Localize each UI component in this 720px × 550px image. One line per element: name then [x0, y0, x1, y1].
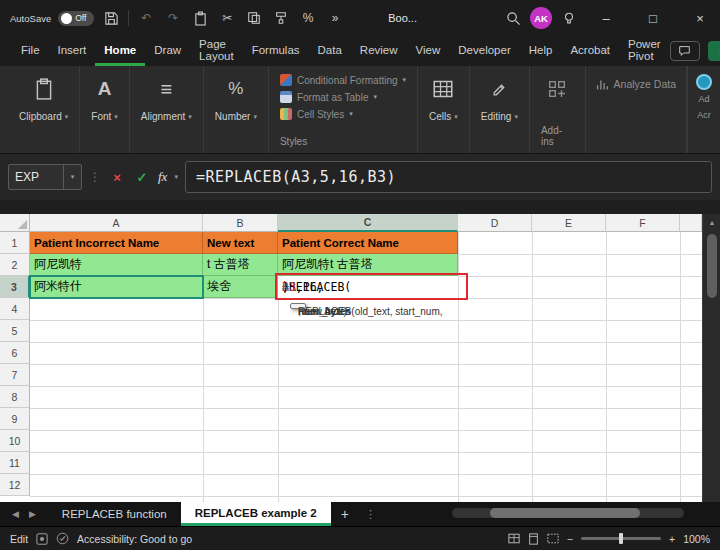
new-sheet-button[interactable]: +: [331, 502, 359, 526]
format-painter-icon[interactable]: [271, 8, 291, 28]
menu-view[interactable]: View: [407, 36, 450, 66]
zoom-in-button[interactable]: +: [669, 533, 675, 545]
cut-icon[interactable]: ✂: [217, 8, 237, 28]
row-header-9[interactable]: 9: [0, 408, 30, 430]
vertical-scroll-thumb[interactable]: [707, 234, 717, 298]
search-icon[interactable]: [503, 8, 523, 28]
row-header-8[interactable]: 8: [0, 386, 30, 408]
cell-C1[interactable]: Patient Correct Name: [278, 232, 458, 254]
lightbulb-icon[interactable]: [559, 8, 579, 28]
menu-page-layout[interactable]: Page Layout: [190, 36, 243, 66]
select-all-corner[interactable]: [0, 214, 30, 232]
cell-B3[interactable]: 埃舍: [203, 276, 278, 298]
row-header-6[interactable]: 6: [0, 342, 30, 364]
row-header-5[interactable]: 5: [0, 320, 30, 342]
accessibility-status[interactable]: Accessibility: Good to go: [77, 533, 192, 545]
cell-B1[interactable]: New text: [203, 232, 278, 254]
ribbon-group-number[interactable]: % Number▾: [204, 66, 269, 153]
menu-help[interactable]: Help: [520, 36, 562, 66]
share-button[interactable]: [708, 41, 720, 61]
cell-A1[interactable]: Patient Incorrect Name: [30, 232, 203, 254]
ribbon-group-cells[interactable]: Cells▾: [418, 66, 470, 153]
next-sheet-icon[interactable]: ▶: [29, 509, 36, 519]
formula-input[interactable]: =REPLACEB(A3,5,16,B3): [185, 161, 712, 193]
name-box-input[interactable]: [9, 170, 63, 184]
prev-sheet-icon[interactable]: ◀: [12, 509, 19, 519]
more-commands-icon[interactable]: »: [325, 8, 345, 28]
cell-A2[interactable]: 阿尼凯特: [30, 254, 203, 276]
column-header-F[interactable]: F: [606, 214, 680, 232]
cancel-formula-icon[interactable]: ×: [108, 170, 126, 185]
accessibility-icon[interactable]: [56, 532, 69, 545]
conditional-formatting-button[interactable]: Conditional Formatting ▾: [280, 74, 406, 86]
row-header-10[interactable]: 10: [0, 430, 30, 452]
enter-formula-icon[interactable]: ✓: [133, 170, 151, 185]
percent-style-icon[interactable]: %: [298, 8, 318, 28]
avatar[interactable]: AK: [530, 7, 552, 29]
row-header-2[interactable]: 2: [0, 254, 30, 276]
column-header-C[interactable]: C: [278, 214, 458, 232]
menu-insert[interactable]: Insert: [49, 36, 96, 66]
column-header-A[interactable]: A: [30, 214, 203, 232]
row-header-7[interactable]: 7: [0, 364, 30, 386]
menu-data[interactable]: Data: [309, 36, 351, 66]
copy-icon[interactable]: [244, 8, 264, 28]
horizontal-scrollbar[interactable]: [452, 508, 684, 518]
menu-review[interactable]: Review: [351, 36, 407, 66]
ribbon-group-clipboard[interactable]: Clipboard▾: [8, 66, 80, 153]
cell-C2[interactable]: 阿尼凯特t 古普塔: [278, 254, 458, 276]
column-header-E[interactable]: E: [532, 214, 606, 232]
column-header-B[interactable]: B: [203, 214, 278, 232]
zoom-out-button[interactable]: −: [567, 533, 573, 545]
normal-view-icon[interactable]: [508, 533, 520, 544]
save-icon[interactable]: [101, 8, 121, 28]
menu-acrobat[interactable]: Acrobat: [561, 36, 619, 66]
ribbon-group-alignment[interactable]: ≡ Alignment▾: [130, 66, 204, 153]
horizontal-scroll-thumb[interactable]: [490, 508, 640, 518]
ribbon-group-addins[interactable]: Add-ins: [530, 66, 586, 153]
ribbon-group-partial-right[interactable]: Ad Acr: [687, 66, 720, 153]
zoom-slider-thumb[interactable]: [619, 533, 623, 544]
column-header-partial[interactable]: [680, 214, 702, 232]
row-header-11[interactable]: 11: [0, 452, 30, 474]
scroll-up-icon[interactable]: ▲: [703, 214, 720, 230]
ribbon-group-editing[interactable]: Editing▾: [470, 66, 530, 153]
zoom-slider[interactable]: [581, 537, 661, 540]
cell-C3-formula[interactable]: =REPLACEB(A3,5,16,B3): [278, 276, 458, 298]
minimize-button[interactable]: –: [586, 0, 626, 36]
autosave-toggle[interactable]: Off: [58, 11, 94, 26]
all-sheets-icon[interactable]: ⋮: [359, 502, 382, 526]
comments-button[interactable]: [670, 41, 700, 61]
page-layout-view-icon[interactable]: [528, 533, 539, 545]
page-break-view-icon[interactable]: [547, 533, 559, 544]
insert-function-icon[interactable]: fx: [158, 169, 167, 185]
redo-icon[interactable]: ↷: [163, 8, 183, 28]
close-button[interactable]: ×: [680, 0, 720, 36]
name-box-chevron-icon[interactable]: ▾: [63, 165, 81, 189]
row-header-12[interactable]: 12: [0, 474, 30, 496]
menu-draw[interactable]: Draw: [145, 36, 190, 66]
undo-icon[interactable]: ↶: [136, 8, 156, 28]
maximize-button[interactable]: □: [633, 0, 673, 36]
format-as-table-button[interactable]: Format as Table ▾: [280, 91, 377, 103]
menu-home[interactable]: Home: [95, 36, 145, 66]
menu-file[interactable]: File: [12, 36, 49, 66]
sheet-tab-replaceb-example-2[interactable]: REPLACEB example 2: [181, 502, 331, 526]
menu-power-pivot[interactable]: Power Pivot: [619, 36, 670, 66]
name-box[interactable]: ▾: [8, 164, 82, 190]
zoom-level[interactable]: 100%: [683, 533, 710, 545]
menu-developer[interactable]: Developer: [449, 36, 519, 66]
row-header-1[interactable]: 1: [0, 232, 30, 254]
cell-B2[interactable]: t 古普塔: [203, 254, 278, 276]
row-header-4[interactable]: 4: [0, 298, 30, 320]
cell-A3[interactable]: 阿米特什: [30, 276, 203, 298]
ribbon-group-font[interactable]: A Font▾: [80, 66, 130, 153]
cell-styles-button[interactable]: Cell Styles ▾: [280, 108, 353, 120]
menu-formulas[interactable]: Formulas: [243, 36, 309, 66]
sheet-tab-replaceb-function[interactable]: REPLACEB function: [48, 502, 181, 526]
macro-record-icon[interactable]: [36, 533, 48, 545]
vertical-scrollbar[interactable]: ▲: [702, 214, 720, 502]
column-header-D[interactable]: D: [458, 214, 532, 232]
analyze-data-button[interactable]: Analyze Data: [586, 66, 687, 153]
paste-icon[interactable]: [190, 8, 210, 28]
